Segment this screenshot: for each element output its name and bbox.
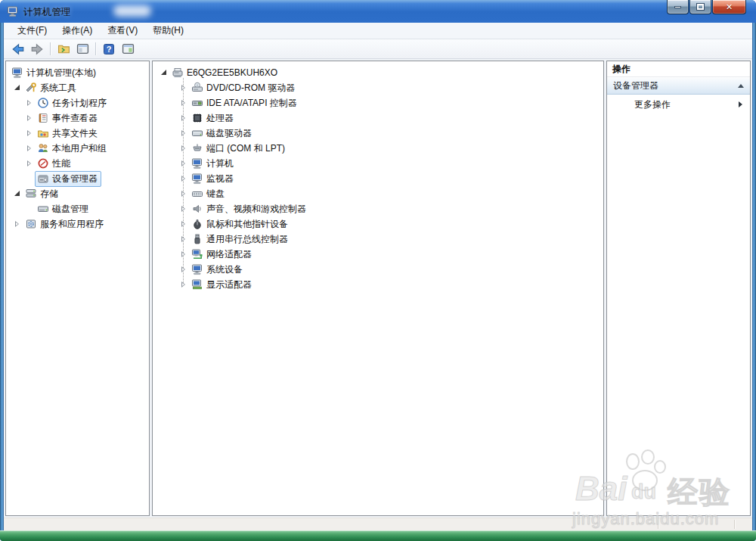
menu-help[interactable]: 帮助(H) bbox=[145, 22, 191, 39]
menu-file[interactable]: 文件(F) bbox=[10, 22, 54, 39]
tree-item-mice-and-pointing-devices[interactable]: 鼠标和其他指针设备 bbox=[153, 216, 603, 232]
tree-item-computer-root[interactable]: E6QG2EE5BKUH6XO bbox=[153, 65, 603, 80]
submenu-arrow-icon bbox=[739, 101, 742, 107]
tree-item-dvd-cdrom-drives[interactable]: DVD/CD-ROM 驱动器 bbox=[153, 80, 603, 95]
window-frame-right bbox=[752, 23, 756, 530]
expander-icon[interactable] bbox=[178, 173, 189, 184]
forward-button[interactable] bbox=[29, 41, 45, 58]
tree-item-ports-com-lpt[interactable]: 端口 (COM 和 LPT) bbox=[153, 141, 603, 156]
menu-action[interactable]: 操作(A) bbox=[54, 22, 100, 39]
tree-item-label: 本地用户和组 bbox=[52, 142, 107, 155]
tree-item-monitors[interactable]: 监视器 bbox=[153, 171, 603, 186]
tree-item-shared-folders[interactable]: 共享文件夹 bbox=[6, 126, 149, 141]
tree-item-label: 监视器 bbox=[206, 173, 234, 185]
tree-item-system-tools[interactable]: 系统工具 bbox=[6, 80, 149, 95]
tree-item-computer[interactable]: 计算机 bbox=[153, 156, 603, 171]
tree-item-label: 性能 bbox=[52, 157, 70, 170]
minimize-icon bbox=[674, 6, 681, 8]
mouse-icon bbox=[191, 218, 203, 230]
tree-item-processors[interactable]: 处理器 bbox=[153, 110, 603, 126]
title-bar[interactable]: 计算机管理 ✕ bbox=[0, 0, 756, 23]
expander-icon[interactable] bbox=[12, 188, 23, 199]
minimize-button[interactable] bbox=[667, 0, 689, 14]
tree-item-label: 网络适配器 bbox=[206, 248, 252, 261]
tree-item-label: E6QG2EE5BKUH6XO bbox=[187, 67, 277, 78]
port-icon bbox=[191, 142, 203, 154]
status-bar bbox=[4, 518, 752, 530]
maximize-icon bbox=[697, 4, 704, 10]
collapse-section-icon[interactable] bbox=[738, 84, 744, 88]
blurred-overlay bbox=[113, 5, 151, 17]
expander-icon[interactable] bbox=[178, 264, 189, 275]
tree-item-disk-drives[interactable]: 磁盘驱动器 bbox=[153, 126, 603, 141]
expander-icon[interactable] bbox=[24, 98, 35, 108]
tree-item-label: 鼠标和其他指针设备 bbox=[206, 218, 288, 231]
menu-bar: 文件(F) 操作(A) 查看(V) 帮助(H) bbox=[4, 23, 752, 39]
tree-item-sound-video-game-controllers[interactable]: 声音、视频和游戏控制器 bbox=[153, 201, 603, 216]
help-icon bbox=[103, 43, 115, 55]
expander-icon[interactable] bbox=[24, 128, 35, 138]
show-action-pane-button[interactable] bbox=[119, 41, 136, 58]
tree-item-device-manager[interactable]: 设备管理器 bbox=[6, 171, 149, 186]
console-tree-panel: 计算机管理(本地) 系统工具 任务计划程序 事件查看器 共享文件夹 本地用户和组 bbox=[5, 61, 150, 516]
expander-icon[interactable] bbox=[24, 143, 35, 154]
tree-item-label: 键盘 bbox=[206, 188, 225, 201]
maximize-button[interactable] bbox=[689, 0, 711, 14]
expander-icon[interactable] bbox=[178, 82, 189, 93]
expander-icon[interactable] bbox=[178, 249, 189, 260]
tree-item-disk-management[interactable]: 磁盘管理 bbox=[6, 201, 149, 216]
window-controls: ✕ bbox=[666, 0, 746, 14]
expander-icon[interactable] bbox=[178, 188, 189, 199]
expander-icon[interactable] bbox=[178, 234, 189, 244]
tree-item-event-viewer[interactable]: 事件查看器 bbox=[6, 110, 149, 126]
expander-icon[interactable] bbox=[12, 82, 23, 93]
display-icon bbox=[191, 278, 203, 291]
keyboard-icon bbox=[191, 188, 203, 200]
tree-item-system-devices[interactable]: 系统设备 bbox=[153, 262, 603, 277]
disk-icon bbox=[37, 203, 49, 215]
tree-item-keyboards[interactable]: 键盘 bbox=[153, 186, 603, 201]
status-bar-separator bbox=[658, 520, 658, 529]
expander-icon[interactable] bbox=[178, 204, 189, 214]
menu-view[interactable]: 查看(V) bbox=[100, 22, 145, 39]
help-button[interactable] bbox=[101, 41, 117, 58]
tree-item-performance[interactable]: 性能 bbox=[6, 156, 149, 171]
expander-icon[interactable] bbox=[178, 113, 189, 123]
pc-root-icon bbox=[172, 67, 184, 79]
close-button[interactable]: ✕ bbox=[712, 0, 746, 14]
more-actions-item[interactable]: 更多操作 bbox=[607, 95, 750, 114]
tree-item-display-adapters[interactable]: 显示适配器 bbox=[153, 277, 603, 292]
actions-panel: 操作 设备管理器 更多操作 bbox=[606, 61, 751, 516]
tree-item-services-and-applications[interactable]: 服务和应用程序 bbox=[6, 216, 149, 232]
tree-item-task-scheduler[interactable]: 任务计划程序 bbox=[6, 95, 149, 110]
tree-item-label: 共享文件夹 bbox=[52, 127, 98, 140]
tree-item-ide-ata-atapi-controllers[interactable]: IDE ATA/ATAPI 控制器 bbox=[153, 95, 603, 110]
expander-icon[interactable] bbox=[24, 158, 35, 169]
expander-icon[interactable] bbox=[178, 158, 189, 169]
expander-icon[interactable] bbox=[12, 219, 23, 229]
console-window-icon bbox=[76, 42, 89, 55]
tree-item-storage[interactable]: 存储 bbox=[6, 186, 149, 201]
expander-icon[interactable] bbox=[178, 128, 189, 138]
expander-icon[interactable] bbox=[24, 113, 35, 123]
tree-item-network-adapters[interactable]: 网络适配器 bbox=[153, 247, 603, 262]
show-action-pane-icon bbox=[122, 42, 135, 55]
dvd-icon bbox=[191, 82, 203, 94]
tree-item-label: 事件查看器 bbox=[52, 112, 98, 125]
expander-icon[interactable] bbox=[178, 143, 189, 154]
expander-icon[interactable] bbox=[178, 98, 189, 108]
actions-section-device-manager[interactable]: 设备管理器 bbox=[607, 77, 750, 95]
tree-item-local-users-and-groups[interactable]: 本地用户和组 bbox=[6, 141, 149, 156]
expander-icon[interactable] bbox=[159, 67, 169, 78]
tree-item-label: 计算机 bbox=[206, 157, 234, 170]
expander-icon[interactable] bbox=[178, 279, 189, 290]
expander-icon[interactable] bbox=[178, 219, 189, 229]
tree-item-computer-management-local[interactable]: 计算机管理(本地) bbox=[6, 65, 149, 80]
show-console-tree-button[interactable] bbox=[55, 41, 72, 58]
tree-item-usb-controllers[interactable]: 通用串行总线控制器 bbox=[153, 232, 603, 247]
sound-icon bbox=[191, 203, 203, 215]
expander-icon bbox=[24, 173, 35, 184]
client-area: 文件(F) 操作(A) 查看(V) 帮助(H) 计算机管理(本地) bbox=[4, 23, 752, 530]
back-button[interactable] bbox=[10, 41, 26, 58]
console-window-button[interactable] bbox=[74, 41, 91, 58]
